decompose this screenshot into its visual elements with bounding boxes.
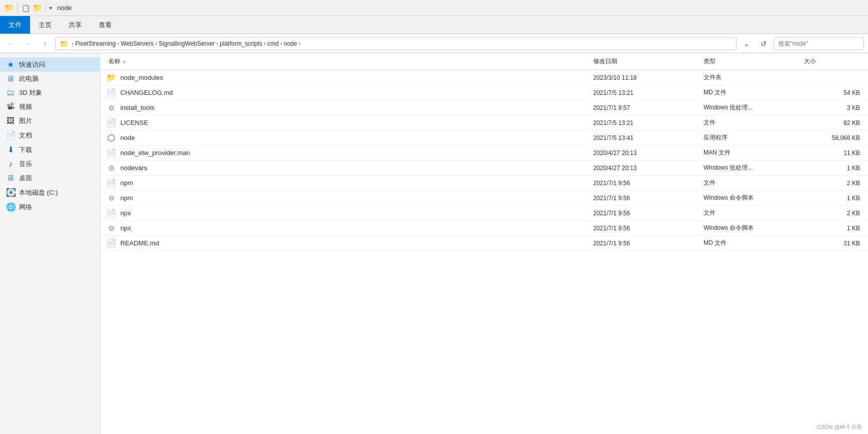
file-icon-folder: 📁 bbox=[106, 73, 116, 83]
address-path[interactable]: 📁 › PixelStreaming › WebServers › Signal… bbox=[55, 37, 737, 50]
path-item-node[interactable]: node bbox=[284, 40, 297, 47]
file-type: 文件 bbox=[702, 179, 802, 187]
tab-home[interactable]: 主页 bbox=[30, 16, 60, 34]
file-modified: 2021/7/5 13:41 bbox=[591, 134, 702, 141]
path-item-signalling[interactable]: SignallingWebServer bbox=[159, 40, 215, 47]
music-icon: ♪ bbox=[6, 160, 15, 169]
col-type[interactable]: 类型 bbox=[702, 55, 802, 68]
path-sep3: › bbox=[216, 40, 218, 47]
file-type: MD 文件 bbox=[702, 88, 802, 97]
sidebar-item-video[interactable]: 📽 视频 bbox=[0, 100, 100, 114]
sidebar-item-thispc[interactable]: 🖥 此电脑 bbox=[0, 72, 100, 86]
file-icon-doc: 📄 bbox=[106, 148, 116, 158]
path-sep1: › bbox=[117, 40, 119, 47]
star-icon: ★ bbox=[6, 60, 15, 69]
dropdown-arrow[interactable]: ▾ bbox=[49, 5, 52, 12]
file-row[interactable]: 📄 npm 2021/7/1 9:56 文件 2 KB bbox=[100, 176, 868, 191]
file-icon-bat: ⚙ bbox=[106, 103, 116, 113]
tab-file[interactable]: 文件 bbox=[0, 16, 30, 34]
file-size: 58,066 KB bbox=[802, 134, 862, 141]
file-modified: 2020/4/27 20:13 bbox=[591, 165, 702, 172]
path-item-platform[interactable]: platform_scripts bbox=[220, 40, 262, 47]
tab-share[interactable]: 共享 bbox=[60, 16, 90, 34]
nav-forward-button[interactable]: → bbox=[21, 37, 35, 51]
file-icon-doc: 📄 bbox=[106, 178, 116, 188]
doc-icon: 📋 bbox=[21, 3, 31, 13]
file-row[interactable]: 📄 node_etw_provider.man 2020/4/27 20:13 … bbox=[100, 146, 868, 161]
file-modified: 2021/7/1 9:56 bbox=[591, 225, 702, 232]
file-type: MD 文件 bbox=[702, 239, 802, 247]
file-modified: 2020/4/27 20:13 bbox=[591, 150, 702, 157]
file-name: LICENSE bbox=[120, 119, 148, 126]
file-row[interactable]: 📄 README.md 2021/7/1 9:56 MD 文件 31 KB bbox=[100, 236, 868, 251]
file-name-cell: 📄 npm bbox=[106, 178, 591, 188]
dropdown-button[interactable]: ⌄ bbox=[740, 37, 754, 51]
sidebar-item-desktop[interactable]: 🖥 桌面 bbox=[0, 171, 100, 185]
cube-icon: 🗂 bbox=[6, 88, 15, 97]
col-size[interactable]: 大小 bbox=[802, 55, 862, 68]
file-row[interactable]: 📁 node_modules 2023/3/10 11:18 文件夹 bbox=[100, 70, 868, 85]
col-name[interactable]: 名称 ∧ bbox=[106, 55, 591, 68]
sidebar-label-docs: 文档 bbox=[19, 131, 32, 140]
path-sep2: › bbox=[155, 40, 157, 47]
refresh-button[interactable]: ↺ bbox=[757, 37, 771, 51]
path-sep6: › bbox=[298, 40, 300, 47]
sidebar-label-video: 视频 bbox=[19, 102, 32, 111]
file-row[interactable]: 📄 LICENSE 2021/7/5 13:21 文件 82 KB bbox=[100, 115, 868, 130]
sidebar-item-documents[interactable]: 📄 文档 bbox=[0, 128, 100, 142]
file-size: 82 KB bbox=[802, 119, 862, 126]
sidebar-item-pictures[interactable]: 🖼 图片 bbox=[0, 114, 100, 128]
sidebar-item-3dobjects[interactable]: 🗂 3D 对象 bbox=[0, 86, 100, 100]
col-modified[interactable]: 修改日期 bbox=[591, 55, 702, 68]
file-icon-bat: ⚙ bbox=[106, 163, 116, 173]
tab-view[interactable]: 查看 bbox=[90, 16, 120, 34]
desktop-icon: 🖥 bbox=[6, 174, 15, 183]
file-modified: 2021/7/1 9:56 bbox=[591, 195, 702, 202]
path-item-cmd[interactable]: cmd bbox=[267, 40, 279, 47]
sidebar-item-downloads[interactable]: ⬇ 下载 bbox=[0, 142, 100, 157]
file-type: Windows 批处理... bbox=[702, 164, 802, 172]
pc-icon: 🖥 bbox=[6, 74, 15, 83]
file-icon-doc: 📄 bbox=[106, 238, 116, 248]
file-row[interactable]: ⚙ nodevars 2020/4/27 20:13 Windows 批处理..… bbox=[100, 161, 868, 176]
file-size: 54 KB bbox=[802, 89, 862, 96]
path-item-pixelstreaming[interactable]: PixelStreaming bbox=[75, 40, 116, 47]
file-row[interactable]: ⚙ npm 2021/7/1 9:56 Windows 命令脚本 1 KB bbox=[100, 191, 868, 206]
file-size: 1 KB bbox=[802, 165, 862, 172]
sidebar-item-localdisk[interactable]: 💽 本地磁盘 (C:) bbox=[0, 185, 100, 200]
file-row[interactable]: 📄 npx 2021/7/1 9:56 文件 2 KB bbox=[100, 206, 868, 221]
file-row[interactable]: 📄 CHANGELOG.md 2021/7/5 13:21 MD 文件 54 K… bbox=[100, 85, 868, 100]
sidebar-item-network[interactable]: 🌐 网络 bbox=[0, 200, 100, 214]
watermark: CSDN @种个月亮 bbox=[817, 423, 862, 431]
file-name: CHANGELOG.md bbox=[120, 89, 173, 96]
search-input[interactable] bbox=[774, 37, 864, 50]
nav-back-button[interactable]: ← bbox=[4, 37, 18, 51]
file-icon-doc: 📄 bbox=[106, 118, 116, 128]
file-row[interactable]: ⚙ npx 2021/7/1 9:56 Windows 命令脚本 1 KB bbox=[100, 221, 868, 236]
file-size: 2 KB bbox=[802, 210, 862, 217]
title-bar-icons: 📁 📋 📁 ▾ bbox=[4, 3, 52, 13]
file-name-cell: 📄 README.md bbox=[106, 238, 591, 248]
file-modified: 2021/7/1 9:57 bbox=[591, 104, 702, 111]
window-title: node bbox=[57, 4, 72, 12]
file-icon-doc: 📄 bbox=[106, 208, 116, 218]
sidebar-item-quickaccess[interactable]: ★ 快速访问 bbox=[0, 57, 100, 72]
column-header: 名称 ∧ 修改日期 类型 大小 bbox=[100, 53, 868, 70]
path-item-webservers[interactable]: WebServers bbox=[121, 40, 154, 47]
sidebar-label-music: 音乐 bbox=[19, 160, 32, 169]
file-name-cell: ⚙ npm bbox=[106, 193, 591, 203]
file-type: 文件夹 bbox=[702, 73, 802, 82]
file-modified: 2021/7/5 13:21 bbox=[591, 119, 702, 126]
file-row[interactable]: ⚙ install_tools 2021/7/1 9:57 Windows 批处… bbox=[100, 100, 868, 115]
file-name: npx bbox=[120, 209, 131, 217]
file-type: MAN 文件 bbox=[702, 149, 802, 157]
folder-icon: 📁 bbox=[4, 3, 14, 13]
title-bar: 📁 📋 📁 ▾ node bbox=[0, 0, 868, 16]
nav-up-button[interactable]: ↑ bbox=[38, 37, 52, 51]
sidebar-item-music[interactable]: ♪ 音乐 bbox=[0, 157, 100, 171]
file-row[interactable]: ⬡ node 2021/7/5 13:41 应用程序 58,066 KB bbox=[100, 130, 868, 146]
file-modified: 2023/3/10 11:18 bbox=[591, 74, 702, 81]
file-name: node_etw_provider.man bbox=[120, 149, 190, 157]
sidebar-label-drive: 本地磁盘 (C:) bbox=[19, 188, 58, 197]
doc-sidebar-icon: 📄 bbox=[6, 130, 15, 140]
